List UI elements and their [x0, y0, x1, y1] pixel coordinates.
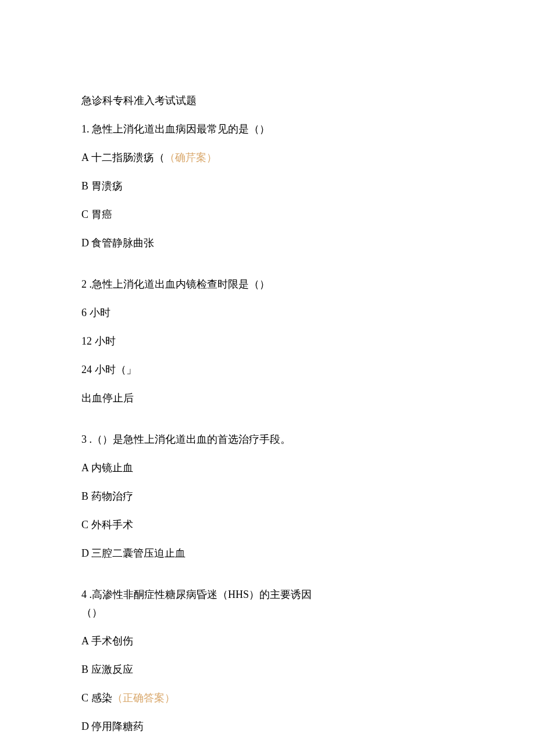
document-title: 急诊科专科准入考试试题: [81, 93, 454, 109]
question-text: .（）是急性上消化道出血的首选治疗手段。: [87, 433, 291, 445]
option-2-d: 出血停止后: [81, 390, 454, 406]
option-3-a: A 内镜止血: [81, 460, 454, 476]
option-3-b: B 药物治疗: [81, 489, 454, 504]
question-number: 1.: [81, 123, 90, 135]
option-2-a: 6 小时: [81, 305, 454, 321]
question-4: 4 .高渗性非酮症性糖尿病昏迷（HHS）的主要诱因: [81, 587, 454, 603]
question-4-line2: （）: [81, 605, 454, 621]
option-3-c: C 外科手术: [81, 517, 454, 533]
option-4-a: A 手术创伤: [81, 633, 454, 649]
question-number: 2: [81, 278, 87, 290]
answer-mark: （确芹案）: [165, 152, 217, 163]
option-2-c: 24 小时（」: [81, 362, 454, 378]
question-text: 急性上消化道出血病因最常见的是（）: [92, 123, 270, 135]
option-1-b: B 胃溃疡: [81, 178, 454, 194]
question-2: 2 .急性上消化道出血内镜检查时限是（）: [81, 277, 454, 292]
option-2-b: 12 小时: [81, 334, 454, 349]
question-3: 3 .（）是急性上消化道出血的首选治疗手段。: [81, 432, 454, 447]
option-1-d: D 食管静脉曲张: [81, 235, 454, 251]
option-1-c: C 胃癌: [81, 207, 454, 223]
option-1-a: A 十二指肠溃疡（（确芹案）: [81, 150, 454, 166]
option-label: C 感染: [81, 692, 112, 704]
question-text: .急性上消化道出血内镜检查时限是（）: [87, 278, 270, 290]
question-number: 3: [81, 433, 87, 445]
option-3-d: D 三腔二囊管压迫止血: [81, 546, 454, 561]
answer-mark: （正确答案）: [112, 692, 175, 704]
question-text: .高渗性非酮症性糖尿病昏迷（HHS）的主要诱因: [87, 589, 312, 600]
question-1: 1. 急性上消化道出血病因最常见的是（）: [81, 121, 454, 137]
question-number: 4: [81, 589, 87, 600]
option-label: A 十二指肠溃疡（: [81, 152, 165, 163]
option-4-d: D 停用降糖药: [81, 719, 454, 734]
option-4-b: B 应激反应: [81, 662, 454, 678]
option-4-c: C 感染（正确答案）: [81, 690, 454, 706]
